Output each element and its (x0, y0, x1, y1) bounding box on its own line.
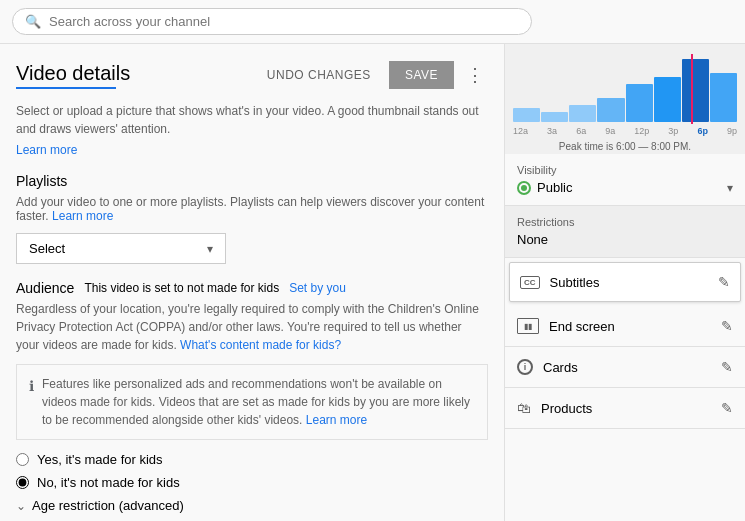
chart-bar-6p (682, 59, 709, 122)
set-by-you: Set by you (289, 281, 346, 295)
age-restriction-label: Age restriction (advanced) (32, 498, 184, 513)
tool-left-cards: i Cards (517, 359, 578, 375)
thumbnail-description: Select or upload a picture that shows wh… (16, 102, 488, 138)
chart-bar-3p (654, 77, 681, 123)
tool-left-end-screen: ▮▮ End screen (517, 318, 615, 334)
save-button[interactable]: SAVE (389, 61, 454, 89)
dropdown-arrow-icon: ▾ (207, 242, 213, 256)
page-title: Video details (16, 62, 130, 85)
kids-legal-text: Regardless of your location, you're lega… (16, 300, 488, 354)
chart-bar-12a (513, 108, 540, 122)
radio-yes-item: Yes, it's made for kids (16, 452, 488, 467)
chart-label-9a: 9a (605, 126, 615, 136)
restrictions-label: Restrictions (517, 216, 733, 228)
radio-yes-label[interactable]: Yes, it's made for kids (37, 452, 163, 467)
playlists-learn-more[interactable]: Learn more (52, 209, 113, 223)
restrictions-section: Restrictions None (505, 206, 745, 258)
tool-name-subtitles: Subtitles (550, 275, 600, 290)
public-dot (517, 181, 531, 195)
end-screen-icon: ▮▮ (517, 318, 539, 334)
playlists-title: Playlists (16, 173, 488, 189)
public-dot-inner (521, 185, 527, 191)
age-restriction[interactable]: ⌄ Age restriction (advanced) (16, 498, 488, 513)
audience-title: Audience (16, 280, 74, 296)
chart-bar-12p (626, 84, 653, 123)
chart-label-6p: 6p (697, 126, 708, 136)
visibility-value: Public ▾ (517, 180, 733, 195)
tool-name-products: Products (541, 401, 592, 416)
chart-label-3p: 3p (668, 126, 678, 136)
top-bar: 🔍 (0, 0, 745, 44)
radio-yes[interactable] (16, 453, 29, 466)
chart-label-12a: 12a (513, 126, 528, 136)
title-group: Video details (16, 62, 130, 89)
playlists-dropdown[interactable]: Select ▾ (16, 233, 226, 264)
cc-icon: CC (520, 276, 540, 289)
radio-group: Yes, it's made for kids No, it's not mad… (16, 452, 488, 490)
visibility-expand-icon[interactable]: ▾ (727, 181, 733, 195)
tool-left-subtitles: CC Subtitles (520, 275, 599, 290)
tool-end-screen[interactable]: ▮▮ End screen ✎ (505, 306, 745, 347)
visibility-section[interactable]: Visibility Public ▾ (505, 154, 745, 206)
search-icon: 🔍 (25, 14, 41, 29)
edit-icon-products[interactable]: ✎ (721, 400, 733, 416)
chart-bar-9a (597, 98, 624, 123)
chart-caption: Peak time is 6:00 — 8:00 PM. Consider po… (513, 136, 737, 154)
title-underline (16, 87, 116, 89)
whats-content-link[interactable]: What's content made for kids? (180, 338, 341, 352)
undo-button[interactable]: UNDO CHANGES (257, 62, 381, 88)
thumbnail-learn-more[interactable]: Learn more (16, 143, 77, 157)
radio-no-item: No, it's not made for kids (16, 475, 488, 490)
main-layout: Video details UNDO CHANGES SAVE ⋮ Select… (0, 44, 745, 521)
restrictions-value: None (517, 232, 733, 247)
chart-bar-3a (541, 112, 568, 123)
info-learn-more[interactable]: Learn more (306, 413, 367, 427)
search-box[interactable]: 🔍 (12, 8, 532, 35)
visibility-status: Public (537, 180, 572, 195)
chevron-down-icon: ⌄ (16, 499, 26, 513)
edit-icon-cards[interactable]: ✎ (721, 359, 733, 375)
kids-status: This video is set to not made for kids (84, 281, 279, 295)
radio-no[interactable] (16, 476, 29, 489)
tool-cards[interactable]: i Cards ✎ (505, 347, 745, 388)
right-panel: 12a 3a 6a 9a 12p 3p 6p 9p Peak time is 6… (505, 44, 745, 521)
playlists-description: Add your video to one or more playlists.… (16, 195, 488, 223)
chart-labels: 12a 3a 6a 9a 12p 3p 6p 9p (513, 126, 737, 136)
radio-no-label[interactable]: No, it's not made for kids (37, 475, 180, 490)
product-icon: 🛍 (517, 400, 531, 416)
chart-area: 12a 3a 6a 9a 12p 3p 6p 9p Peak time is 6… (505, 44, 745, 154)
chart-bar-6a (569, 105, 596, 123)
chart-bar-9p (710, 73, 737, 122)
dropdown-label: Select (29, 241, 65, 256)
tool-name-cards: Cards (543, 360, 578, 375)
chart-label-6a: 6a (576, 126, 586, 136)
tool-subtitles[interactable]: CC Subtitles ✎ (509, 262, 741, 302)
card-icon: i (517, 359, 533, 375)
more-button[interactable]: ⋮ (462, 60, 488, 90)
info-box: ℹ Features like personalized ads and rec… (16, 364, 488, 440)
visibility-inner: Public (517, 180, 572, 195)
visibility-label: Visibility (517, 164, 733, 176)
info-icon: ℹ (29, 376, 34, 429)
tool-products[interactable]: 🛍 Products ✎ (505, 388, 745, 429)
search-input[interactable] (49, 14, 519, 29)
page-header: Video details UNDO CHANGES SAVE ⋮ (16, 60, 488, 90)
chart-label-9p: 9p (727, 126, 737, 136)
edit-icon-end-screen[interactable]: ✎ (721, 318, 733, 334)
header-actions: UNDO CHANGES SAVE ⋮ (257, 60, 488, 90)
chart-label-12p: 12p (634, 126, 649, 136)
info-text: Features like personalized ads and recom… (42, 375, 475, 429)
chart-bars (513, 52, 737, 122)
peak-line (691, 54, 693, 124)
audience-header: Audience This video is set to not made f… (16, 280, 488, 296)
left-panel: Video details UNDO CHANGES SAVE ⋮ Select… (0, 44, 505, 521)
tool-left-products: 🛍 Products (517, 400, 592, 416)
tool-name-end-screen: End screen (549, 319, 615, 334)
edit-icon-subtitles[interactable]: ✎ (718, 274, 730, 290)
chart-label-3a: 3a (547, 126, 557, 136)
